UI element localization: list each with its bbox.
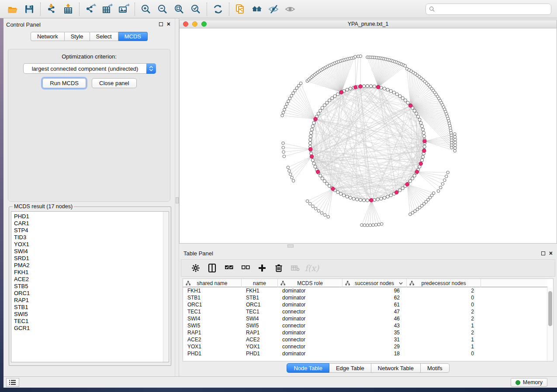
mcds-result-item[interactable]: GCR1 xyxy=(14,325,169,332)
table-row[interactable]: SWI4SWI4dominator462 xyxy=(183,315,547,322)
close-panel-button[interactable]: Close panel xyxy=(92,78,137,88)
vertical-splitter[interactable] xyxy=(175,18,179,376)
table-row[interactable]: ORC1ORC1dominator610 xyxy=(183,301,547,308)
table-row[interactable]: ACE2ACE2connector311 xyxy=(183,336,547,343)
table-row[interactable]: YOX1YOX1connector291 xyxy=(183,343,547,350)
table-row[interactable]: FKH1FKH1dominator962 xyxy=(183,287,547,294)
column-header-successor-nodes[interactable]: successor nodes xyxy=(343,279,407,287)
zoom-out-button[interactable] xyxy=(154,2,171,17)
eye-icon xyxy=(284,3,296,15)
table-row[interactable]: SWI5SWI5connector431 xyxy=(183,322,547,329)
splitter-handle-h[interactable] xyxy=(287,244,294,248)
float-panel-icon[interactable] xyxy=(159,22,163,26)
mcds-result-item[interactable]: TEC1 xyxy=(14,318,169,325)
import-table-button[interactable] xyxy=(60,2,76,17)
columns-button[interactable] xyxy=(204,261,221,275)
table-cell: ACE2 xyxy=(242,336,278,343)
mcds-result-item[interactable]: FKH1 xyxy=(14,269,169,276)
result-scrollbar[interactable] xyxy=(163,212,169,362)
column-header-predecessor-nodes[interactable]: predecessor nodes xyxy=(407,279,481,287)
export-table-button[interactable] xyxy=(99,2,115,17)
import-network-icon xyxy=(46,3,57,15)
run-mcds-button[interactable]: Run MCDS xyxy=(42,78,86,88)
mcds-result-item[interactable]: CAR1 xyxy=(14,220,169,227)
table-cell: 96 xyxy=(343,287,407,294)
table-close-panel-icon[interactable]: × xyxy=(549,251,553,255)
tab-node-table[interactable]: Node Table xyxy=(287,363,329,373)
memory-button[interactable]: Memory xyxy=(511,378,547,387)
mcds-result-list[interactable]: PHD1CAR1STP4TID3YOX1SWI4SRD1PMA2FKH1ACE2… xyxy=(11,211,169,362)
tab-network-table[interactable]: Network Table xyxy=(371,363,421,373)
mcds-result-item[interactable]: STB5 xyxy=(14,283,169,290)
zoom-check-button[interactable] xyxy=(187,2,204,17)
splitter-handle[interactable] xyxy=(176,197,179,203)
network-window-titlebar[interactable]: YPA_prune.txt_1 xyxy=(179,20,557,28)
table-scrollbar[interactable] xyxy=(547,288,553,361)
select-all-button[interactable] xyxy=(221,261,237,275)
export-network-button[interactable] xyxy=(82,2,99,17)
table-row[interactable]: RAP1RAP1dominator352 xyxy=(183,329,547,336)
criterion-select[interactable]: largest connected component (undirected) xyxy=(23,63,156,74)
deselect-all-button[interactable] xyxy=(237,261,254,275)
export-image-button[interactable] xyxy=(115,2,132,17)
tab-network[interactable]: Network xyxy=(31,32,65,41)
table-cell: STB1 xyxy=(242,294,278,301)
tab-select[interactable]: Select xyxy=(90,32,118,41)
add-button[interactable] xyxy=(254,261,270,275)
mcds-result-item[interactable]: SWI5 xyxy=(14,311,169,318)
column-header-name[interactable]: name xyxy=(242,279,278,287)
refresh-button[interactable] xyxy=(210,2,226,17)
mcds-result-item[interactable]: YOX1 xyxy=(14,241,169,248)
mcds-result-item[interactable]: RAP1 xyxy=(14,297,169,304)
task-history-button[interactable] xyxy=(6,378,19,387)
mcds-result-box: MCDS result (17 nodes) PHD1CAR1STP4TID3Y… xyxy=(9,203,171,366)
zoom-in-button[interactable] xyxy=(138,2,154,17)
open-button[interactable] xyxy=(4,2,21,17)
mcds-result-item[interactable]: STB1 xyxy=(14,304,169,311)
table-cell: 47 xyxy=(343,308,407,315)
close-panel-icon[interactable]: × xyxy=(167,22,170,26)
export-image-icon xyxy=(118,3,129,15)
clone-network-button[interactable] xyxy=(232,2,249,17)
tab-style[interactable]: Style xyxy=(65,32,90,41)
mcds-result-item[interactable]: TID3 xyxy=(14,234,169,241)
mcds-result-item[interactable]: SRD1 xyxy=(14,255,169,262)
zoom-fit-icon xyxy=(173,3,185,15)
horizontal-splitter[interactable] xyxy=(179,244,557,248)
table-cell: ACE2 xyxy=(183,336,242,343)
tab-mcds[interactable]: MCDS xyxy=(118,32,148,41)
search-input[interactable] xyxy=(435,5,551,14)
table-float-panel-icon[interactable] xyxy=(541,251,545,255)
network-canvas[interactable] xyxy=(179,28,557,244)
mcds-result-item[interactable]: ACE2 xyxy=(14,276,169,283)
table-cell: YOX1 xyxy=(183,343,242,350)
tab-edge-table[interactable]: Edge Table xyxy=(329,363,371,373)
table-row[interactable]: PHD1PHD1dominator180 xyxy=(183,350,547,357)
gear-button[interactable] xyxy=(187,261,204,275)
eye-button[interactable] xyxy=(282,2,298,17)
mcds-result-item[interactable]: ORC1 xyxy=(14,290,169,297)
table-cell: TEC1 xyxy=(183,308,242,315)
zoom-check-icon xyxy=(190,3,201,15)
table-toolbar: f(x) xyxy=(181,259,555,277)
table-cell: dominator xyxy=(278,287,343,294)
mcds-result-item[interactable]: PHD1 xyxy=(14,213,169,220)
tab-motifs[interactable]: Motifs xyxy=(421,363,450,373)
table-row[interactable]: TEC1TEC1connector472 xyxy=(183,308,547,315)
mcds-result-item[interactable]: SWI4 xyxy=(14,248,169,255)
table-row[interactable]: STB1STB1dominator620 xyxy=(183,294,547,301)
save-button[interactable] xyxy=(21,2,38,17)
mcds-result-item[interactable]: PMA2 xyxy=(14,262,169,269)
eye-slash-button[interactable] xyxy=(265,2,282,17)
zoom-fit-button[interactable] xyxy=(171,2,187,17)
search-box[interactable] xyxy=(426,3,551,15)
table-scrollbar-thumb[interactable] xyxy=(548,291,552,326)
memory-label: Memory xyxy=(523,379,543,385)
mcds-result-item[interactable]: STP4 xyxy=(14,227,169,234)
column-header-MCDS-role[interactable]: MCDS role xyxy=(278,279,343,287)
table-cell: connector xyxy=(278,336,343,343)
column-header-shared-name[interactable]: shared name xyxy=(183,279,242,287)
delete-button[interactable] xyxy=(270,261,287,275)
homes-button[interactable] xyxy=(249,2,265,17)
import-network-button[interactable] xyxy=(43,2,60,17)
